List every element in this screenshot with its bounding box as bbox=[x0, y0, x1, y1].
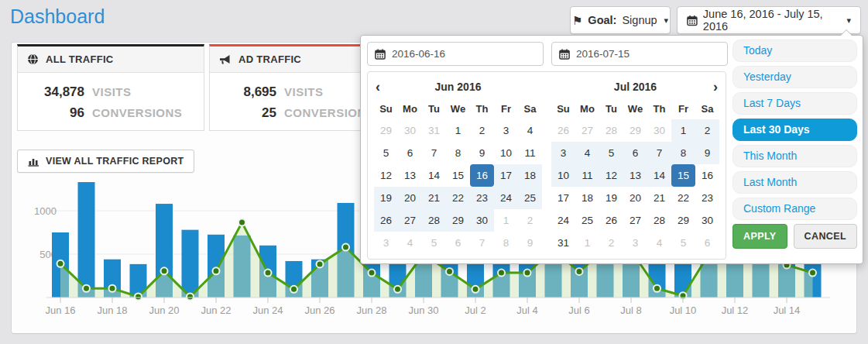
day-cell[interactable]: 27 bbox=[623, 209, 647, 232]
day-cell[interactable]: 4 bbox=[575, 142, 599, 164]
day-cell[interactable]: 1 bbox=[575, 232, 599, 254]
day-cell[interactable]: 27 bbox=[398, 209, 422, 232]
day-cell[interactable]: 21 bbox=[422, 187, 446, 209]
day-cell[interactable]: 28 bbox=[422, 209, 446, 232]
start-date-input[interactable]: 2016-06-16 bbox=[367, 42, 544, 66]
day-cell[interactable]: 2 bbox=[695, 119, 719, 142]
selected-day-cell[interactable]: 15 bbox=[671, 164, 695, 187]
day-cell[interactable]: 20 bbox=[623, 187, 647, 209]
day-cell[interactable]: 11 bbox=[518, 142, 542, 164]
day-cell[interactable]: 29 bbox=[446, 209, 470, 232]
day-cell[interactable]: 12 bbox=[599, 164, 623, 187]
day-cell[interactable]: 6 bbox=[398, 142, 422, 164]
day-cell[interactable]: 29 bbox=[374, 119, 398, 142]
day-cell[interactable]: 3 bbox=[551, 142, 575, 164]
day-cell[interactable]: 3 bbox=[494, 119, 518, 142]
day-cell[interactable]: 7 bbox=[470, 232, 494, 254]
day-cell[interactable]: 22 bbox=[446, 187, 470, 209]
day-cell[interactable]: 21 bbox=[647, 187, 671, 209]
date-range-button[interactable]: June 16, 2016 - July 15, 2016 ▾ bbox=[677, 6, 861, 34]
day-cell[interactable]: 4 bbox=[398, 232, 422, 254]
day-cell[interactable]: 27 bbox=[575, 119, 599, 142]
day-cell[interactable]: 3 bbox=[623, 232, 647, 254]
day-cell[interactable]: 9 bbox=[518, 232, 542, 254]
day-cell[interactable]: 25 bbox=[518, 187, 542, 209]
day-cell[interactable]: 1 bbox=[494, 209, 518, 232]
day-cell[interactable]: 30 bbox=[398, 119, 422, 142]
day-cell[interactable]: 14 bbox=[422, 164, 446, 187]
next-month-icon[interactable]: › bbox=[701, 76, 718, 98]
day-cell[interactable]: 11 bbox=[575, 164, 599, 187]
day-cell[interactable]: 19 bbox=[374, 187, 398, 209]
day-cell[interactable]: 30 bbox=[695, 209, 719, 232]
end-date-input[interactable]: 2016-07-15 bbox=[551, 42, 728, 66]
day-cell[interactable]: 26 bbox=[374, 209, 398, 232]
range-option-this-month[interactable]: This Month bbox=[732, 145, 857, 167]
range-option-yesterday[interactable]: Yesterday bbox=[732, 66, 857, 88]
day-cell[interactable]: 18 bbox=[518, 164, 542, 187]
view-all-traffic-report-button[interactable]: VIEW ALL TRAFFIC REPORT bbox=[17, 150, 194, 173]
day-cell[interactable]: 8 bbox=[494, 232, 518, 254]
day-cell[interactable]: 25 bbox=[575, 209, 599, 232]
day-cell[interactable]: 29 bbox=[623, 119, 647, 142]
day-cell[interactable]: 10 bbox=[494, 142, 518, 164]
day-cell[interactable]: 9 bbox=[695, 142, 719, 164]
prev-month-icon[interactable]: ‹ bbox=[376, 76, 393, 98]
day-cell[interactable]: 24 bbox=[551, 209, 575, 232]
day-cell[interactable]: 31 bbox=[422, 119, 446, 142]
day-cell[interactable]: 6 bbox=[623, 142, 647, 164]
day-cell[interactable]: 22 bbox=[671, 187, 695, 209]
day-cell[interactable]: 30 bbox=[647, 119, 671, 142]
day-cell[interactable]: 2 bbox=[518, 209, 542, 232]
day-cell[interactable]: 28 bbox=[599, 119, 623, 142]
day-cell[interactable]: 8 bbox=[671, 142, 695, 164]
day-cell[interactable]: 9 bbox=[470, 142, 494, 164]
day-cell[interactable]: 12 bbox=[374, 164, 398, 187]
day-cell[interactable]: 10 bbox=[551, 164, 575, 187]
day-cell[interactable]: 26 bbox=[599, 209, 623, 232]
day-cell[interactable]: 13 bbox=[398, 164, 422, 187]
day-cell[interactable]: 30 bbox=[470, 209, 494, 232]
day-cell[interactable]: 26 bbox=[551, 119, 575, 142]
day-cell[interactable]: 13 bbox=[623, 164, 647, 187]
day-cell[interactable]: 1 bbox=[446, 119, 470, 142]
day-cell[interactable]: 7 bbox=[647, 142, 671, 164]
day-cell[interactable]: 24 bbox=[494, 187, 518, 209]
day-cell[interactable]: 1 bbox=[671, 119, 695, 142]
day-cell[interactable]: 20 bbox=[398, 187, 422, 209]
day-cell[interactable]: 2 bbox=[599, 232, 623, 254]
selected-day-cell[interactable]: 16 bbox=[470, 164, 494, 187]
range-option-today[interactable]: Today bbox=[732, 40, 857, 62]
day-cell[interactable]: 19 bbox=[599, 187, 623, 209]
day-cell[interactable]: 2 bbox=[470, 119, 494, 142]
day-cell[interactable]: 16 bbox=[695, 164, 719, 187]
day-cell[interactable]: 31 bbox=[551, 232, 575, 254]
day-cell[interactable]: 7 bbox=[422, 142, 446, 164]
day-cell[interactable]: 17 bbox=[494, 164, 518, 187]
range-option-last-month[interactable]: Last Month bbox=[732, 171, 857, 194]
day-cell[interactable]: 5 bbox=[422, 232, 446, 254]
day-cell[interactable]: 4 bbox=[518, 119, 542, 142]
cancel-button[interactable]: CANCEL bbox=[794, 224, 857, 249]
day-cell[interactable]: 8 bbox=[446, 142, 470, 164]
range-option-custom-range[interactable]: Custom Range bbox=[732, 198, 857, 220]
day-cell[interactable]: 4 bbox=[647, 232, 671, 254]
day-cell[interactable]: 3 bbox=[374, 232, 398, 254]
day-cell[interactable]: 5 bbox=[374, 142, 398, 164]
day-cell[interactable]: 6 bbox=[446, 232, 470, 254]
day-cell[interactable]: 23 bbox=[695, 187, 719, 209]
day-cell[interactable]: 5 bbox=[599, 142, 623, 164]
day-cell[interactable]: 17 bbox=[551, 187, 575, 209]
goal-selector-button[interactable]: ⚑ Goal: Signup ▾ bbox=[570, 6, 671, 34]
day-cell[interactable]: 15 bbox=[446, 164, 470, 187]
day-cell[interactable]: 5 bbox=[671, 232, 695, 254]
day-cell[interactable]: 18 bbox=[575, 187, 599, 209]
day-cell[interactable]: 28 bbox=[647, 209, 671, 232]
apply-button[interactable]: APPLY bbox=[732, 224, 787, 249]
range-option-last-30-days[interactable]: Last 30 Days bbox=[732, 119, 857, 141]
day-cell[interactable]: 29 bbox=[671, 209, 695, 232]
day-cell[interactable]: 23 bbox=[470, 187, 494, 209]
range-option-last-7-days[interactable]: Last 7 Days bbox=[732, 92, 857, 115]
day-cell[interactable]: 14 bbox=[647, 164, 671, 187]
day-cell[interactable]: 6 bbox=[695, 232, 719, 254]
